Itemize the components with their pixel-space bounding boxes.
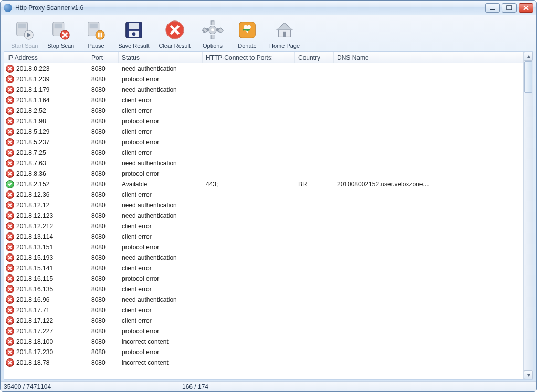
cell-ip: 201.8.7.25: [16, 149, 46, 156]
table-row[interactable]: 201.8.8.368080protocol error: [4, 168, 523, 179]
cell-port: 8080: [88, 116, 119, 126]
cell-extra: [446, 189, 523, 199]
cell-dns: [334, 168, 446, 178]
cell-status: protocol error: [119, 326, 203, 336]
table-row[interactable]: 201.8.12.128080need authentication: [4, 200, 523, 210]
cell-dns: [334, 231, 446, 241]
cell-ip: 201.8.5.237: [16, 139, 49, 146]
col-header-country[interactable]: Country: [295, 52, 334, 63]
table-row[interactable]: 201.8.7.258080client error: [4, 147, 523, 158]
cell-http-ports: 443;: [203, 179, 295, 189]
cell-extra: [446, 168, 523, 178]
table-row[interactable]: 201.8.1.988080protocol error: [4, 116, 523, 126]
table-row[interactable]: 201.8.16.1158080protocol error: [4, 273, 523, 284]
col-header-dns[interactable]: DNS Name: [334, 52, 446, 63]
home-page-button[interactable]: Home Page: [266, 17, 303, 50]
table-row[interactable]: 201.8.16.968080need authentication: [4, 294, 523, 305]
save-result-button[interactable]: Save Result: [115, 17, 152, 50]
cell-ip: 201.8.17.230: [16, 348, 53, 356]
col-header-extra[interactable]: [446, 52, 523, 63]
col-header-port[interactable]: Port: [88, 52, 119, 63]
scroll-thumb[interactable]: [524, 61, 532, 93]
cell-country: [295, 284, 334, 294]
scroll-up-arrow[interactable]: [524, 52, 533, 61]
table-row[interactable]: 201.8.13.1148080client error: [4, 231, 523, 242]
cell-port: 8080: [88, 347, 119, 357]
cell-country: [295, 231, 334, 241]
table-row[interactable]: 201.8.17.1228080client error: [4, 315, 523, 326]
start-scan-button[interactable]: Start Scan: [8, 17, 41, 50]
table-row[interactable]: 201.8.1.1798080need authentication: [4, 84, 523, 95]
status-error-icon: [6, 75, 14, 83]
svg-rect-6: [54, 24, 62, 29]
table-row[interactable]: 201.8.17.718080client error: [4, 305, 523, 315]
col-header-ip[interactable]: IP Address: [4, 52, 88, 63]
table-row[interactable]: 201.8.2.1528080Available443;BR2010080021…: [4, 179, 523, 189]
table-row[interactable]: 201.8.18.788080incorrect content: [4, 357, 523, 368]
cell-extra: [446, 284, 523, 294]
table-row[interactable]: 201.8.1.2398080protocol error: [4, 74, 523, 84]
minimize-button[interactable]: [485, 3, 500, 13]
table-row[interactable]: 201.8.18.1008080incorrect content: [4, 336, 523, 347]
cell-http-ports: [203, 336, 295, 346]
cell-extra: [446, 315, 523, 325]
status-error-icon: [6, 285, 14, 293]
status-error-icon: [6, 316, 14, 325]
cell-dns: [334, 200, 446, 210]
table-row[interactable]: 201.8.5.2378080protocol error: [4, 137, 523, 147]
cell-ip: 201.8.1.179: [16, 86, 49, 93]
table-row[interactable]: 201.8.2.528080client error: [4, 105, 523, 116]
cell-port: 8080: [88, 357, 119, 367]
close-button[interactable]: [519, 3, 533, 13]
table-row[interactable]: 201.8.0.2238080need authentication: [4, 63, 523, 74]
cell-ip: 201.8.13.151: [16, 243, 53, 251]
maximize-button[interactable]: [502, 3, 517, 13]
cell-status: need authentication: [119, 63, 203, 73]
donate-label: Donate: [238, 43, 256, 49]
cell-ip: 201.8.16.96: [16, 296, 49, 303]
table-row[interactable]: 201.8.5.1298080client error: [4, 126, 523, 137]
cell-http-ports: [203, 63, 295, 73]
donate-button[interactable]: Donate: [231, 17, 263, 50]
cell-dns: [334, 63, 446, 73]
cell-http-ports: [203, 126, 295, 136]
clear-result-button[interactable]: Clear Result: [155, 17, 194, 50]
table-row[interactable]: 201.8.15.1418080client error: [4, 263, 523, 273]
table-row[interactable]: 201.8.1.1648080client error: [4, 95, 523, 105]
cell-status: client error: [119, 305, 203, 315]
cell-http-ports: [203, 294, 295, 304]
vertical-scrollbar[interactable]: [523, 52, 533, 379]
minimize-icon: [489, 5, 496, 10]
options-button[interactable]: Options: [197, 17, 228, 50]
cell-status: incorrect content: [119, 357, 203, 367]
cell-extra: [446, 263, 523, 273]
cell-http-ports: [203, 347, 295, 357]
table-row[interactable]: 201.8.7.638080need authentication: [4, 158, 523, 168]
cell-dns: [334, 252, 446, 262]
cell-extra: [446, 105, 523, 115]
cell-status: client error: [119, 284, 203, 294]
pause-button[interactable]: Pause: [80, 17, 112, 50]
table-row[interactable]: 201.8.12.368080client error: [4, 189, 523, 200]
table-row[interactable]: 201.8.12.2128080client error: [4, 221, 523, 231]
table-row[interactable]: 201.8.15.1938080need authentication: [4, 252, 523, 263]
status-error-icon: [6, 232, 14, 241]
table-row[interactable]: 201.8.17.2308080protocol error: [4, 347, 523, 357]
table-row[interactable]: 201.8.17.2278080protocol error: [4, 326, 523, 336]
col-header-http[interactable]: HTTP-Connect to Ports:: [203, 52, 295, 63]
stop-scan-button[interactable]: Stop Scan: [44, 17, 77, 50]
cell-ip: 201.8.7.63: [16, 160, 46, 167]
table-row[interactable]: 201.8.12.1238080need authentication: [4, 210, 523, 221]
scroll-down-arrow[interactable]: [524, 370, 533, 379]
table-row[interactable]: 201.8.16.1358080client error: [4, 284, 523, 294]
cell-status: client error: [119, 263, 203, 273]
cell-status: protocol error: [119, 242, 203, 252]
cell-http-ports: [203, 147, 295, 157]
cell-extra: [446, 347, 523, 357]
cell-country: [295, 84, 334, 94]
table-row[interactable]: 201.8.13.1518080protocol error: [4, 242, 523, 252]
col-header-status[interactable]: Status: [119, 52, 203, 63]
cell-dns: [334, 189, 446, 199]
cell-ip: 201.8.18.100: [16, 338, 53, 345]
cell-dns: [334, 126, 446, 136]
